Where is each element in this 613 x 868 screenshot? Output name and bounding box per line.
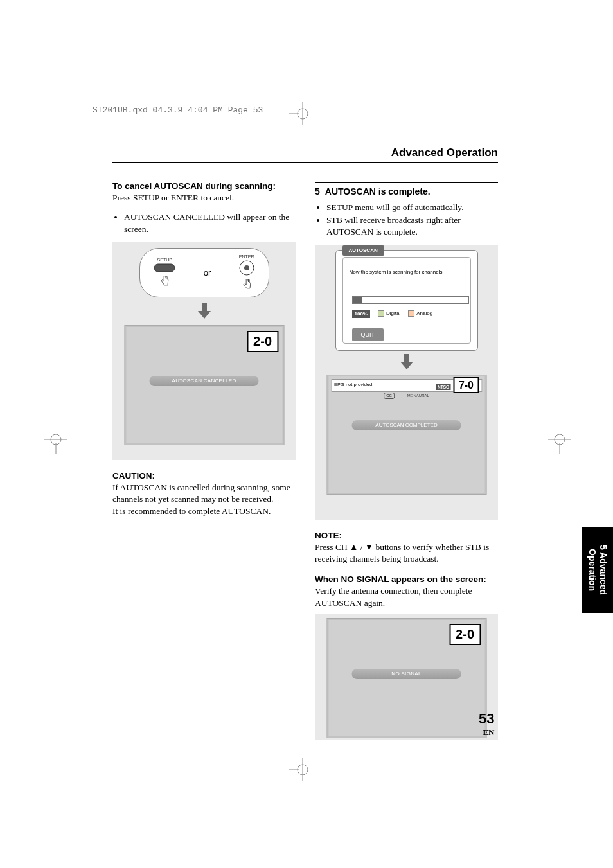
setup-button-illustration: SETUP	[154, 258, 175, 288]
or-label: or	[204, 267, 211, 279]
analog-label: Analog	[416, 311, 432, 317]
hand-icon	[241, 278, 253, 291]
figure-nosignal: 2-0 NO SIGNAL	[315, 614, 498, 740]
osd-banner: AUTOSCAN COMPLETED	[352, 420, 461, 430]
page-number: 53	[479, 711, 494, 727]
crop-mark-icon	[289, 102, 312, 125]
progress-percent: 100%	[352, 310, 370, 319]
crop-mark-icon	[548, 430, 571, 454]
osd-banner: NO SIGNAL	[352, 669, 461, 679]
figure-complete: AUTOSCAN Now the system is scanning for …	[315, 245, 498, 520]
enter-label: ENTER	[239, 254, 254, 259]
step-bullet-1: SETUP menu will go off automatically.	[326, 202, 498, 213]
setup-label: SETUP	[157, 258, 172, 262]
cancel-heading: To cancel AUTOSCAN during scanning:	[112, 181, 296, 192]
channel-number: 2-0	[247, 331, 278, 352]
tv-screen: 2-0 NO SIGNAL	[326, 618, 486, 738]
step-title: AUTOSCAN is complete.	[325, 186, 431, 198]
step-rule	[315, 182, 498, 183]
hand-icon	[159, 275, 170, 288]
quit-button: QUIT	[352, 328, 384, 341]
cc-icon: CC	[384, 393, 395, 399]
epg-text: EPG not provided.	[334, 382, 373, 388]
crop-mark-icon	[44, 430, 67, 454]
side-tab-line1: 5 Advanced	[598, 545, 609, 595]
channel-number: 2-0	[449, 624, 481, 645]
caution-label: CAUTION:	[112, 471, 155, 481]
caution-text-1: If AUTOSCAN is cancelled during scanning…	[112, 482, 296, 505]
progress-bar	[352, 296, 469, 304]
cancel-bullet: AUTOSCAN CANCELLED will appear on the sc…	[124, 211, 296, 235]
caution-text-2: It is recommended to complete AUTOSCAN.	[112, 506, 296, 517]
page-language: EN	[479, 727, 494, 738]
step-bullet-2: STB will receive broadcasts right after …	[326, 215, 498, 238]
remote-buttons: SETUP or ENTER	[139, 248, 269, 297]
note-label: NOTE:	[315, 531, 342, 540]
side-tab: 5 Advanced Operation	[582, 527, 613, 613]
channel-number: 7-0	[454, 377, 479, 394]
step-number: 5	[315, 186, 320, 198]
svg-rect-12	[154, 264, 175, 272]
down-arrow-icon	[195, 302, 213, 326]
tv-screen: 2-0 AUTOSCAN CANCELLED	[124, 325, 284, 445]
ntsc-badge: NTSC	[436, 384, 451, 390]
nosignal-body: Verify the antenna connection, then comp…	[315, 585, 498, 608]
dialog-message: Now the system is scanning for channels.	[350, 269, 464, 276]
cancel-body: Press SETUP or ENTER to cancel.	[112, 192, 296, 204]
digital-label: Digital	[386, 311, 400, 317]
section-title: Advanced Operation	[112, 146, 498, 163]
enter-button-illustration: ENTER	[239, 254, 254, 291]
right-column: 5 AUTOSCAN is complete. SETUP menu will …	[315, 181, 498, 740]
print-job-header: ST201UB.qxd 04.3.9 4:04 PM Page 53	[93, 105, 263, 115]
tv-screen: EPG not provided. NTSC 7-0 CC MONAURAL A…	[326, 375, 486, 495]
autoscan-dialog: AUTOSCAN Now the system is scanning for …	[335, 250, 478, 351]
dialog-tab: AUTOSCAN	[342, 245, 384, 256]
svg-point-14	[244, 265, 249, 270]
left-column: To cancel AUTOSCAN during scanning: Pres…	[112, 181, 296, 740]
note-body: Press CH ▲ / ▼ buttons to verify whether…	[315, 542, 498, 565]
crop-mark-icon	[289, 758, 312, 781]
osd-banner: AUTOSCAN CANCELLED	[150, 376, 259, 386]
page-footer: 53 EN	[479, 711, 494, 738]
side-tab-line2: Operation	[587, 549, 598, 591]
monaural-label: MONAURAL	[407, 393, 429, 398]
nosignal-heading: When NO SIGNAL appears on the screen:	[315, 574, 498, 585]
figure-cancel: SETUP or ENTER 2-0 AUTOSCA	[112, 242, 296, 460]
down-arrow-icon	[398, 353, 416, 377]
